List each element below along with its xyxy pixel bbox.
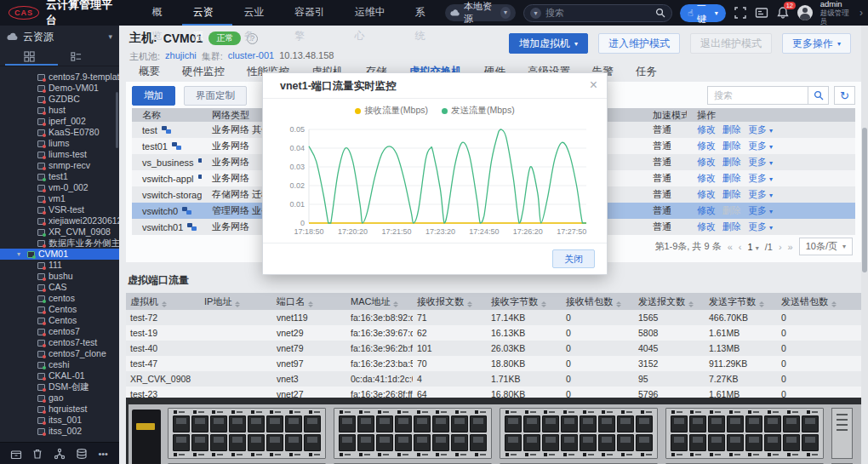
sidebar-item[interactable]: 数据库业务外侧主机mysql [0, 238, 119, 249]
archive-icon[interactable] [10, 448, 22, 460]
prev-page-button[interactable]: ‹ [739, 242, 742, 252]
list-view-icon[interactable] [71, 51, 82, 62]
sort-icon[interactable] [616, 301, 621, 307]
sidebar-item[interactable]: centos [0, 293, 119, 304]
sidebar-item[interactable]: CKAL-01 [0, 370, 119, 381]
last-page-button[interactable]: » [788, 242, 793, 252]
sidebar-item[interactable]: liums [0, 138, 119, 149]
scrollbar[interactable] [861, 26, 868, 464]
sort-icon[interactable] [688, 301, 694, 307]
sidebar-item[interactable]: itss_002 [0, 426, 119, 437]
tab-item[interactable]: 硬件监控 [171, 61, 236, 83]
modify-link[interactable]: 修改 [697, 124, 716, 135]
close-icon[interactable]: × [590, 77, 597, 93]
sort-icon[interactable] [235, 301, 240, 307]
caret-down-icon[interactable]: ▾ [500, 7, 511, 19]
sidebar-item[interactable]: vm1 [0, 193, 119, 204]
add-button[interactable]: 增加 [132, 86, 175, 106]
sidebar-item[interactable]: bushu [0, 271, 119, 282]
modify-link[interactable]: 修改 [697, 221, 716, 232]
sidebar-item[interactable]: itss_001 [0, 415, 119, 426]
modify-link[interactable]: 修改 [697, 173, 716, 183]
delete-link[interactable]: 删除 [722, 189, 741, 199]
sidebar-item[interactable]: centos7 [0, 326, 119, 337]
refresh-icon[interactable]: ↻ [834, 86, 855, 105]
tree-view-icon[interactable] [24, 51, 35, 62]
delete-link[interactable]: 删除 [722, 124, 741, 135]
user-info[interactable]: admin 超级管理员 [820, 0, 852, 26]
next-page-button[interactable]: › [779, 242, 782, 252]
header-action-button[interactable]: 更多操作▾ [782, 33, 851, 54]
scrollbar-thumb[interactable] [862, 128, 867, 272]
customize-button[interactable]: 界面定制 [184, 86, 247, 106]
chevron-right-icon[interactable]: › [859, 7, 863, 19]
sidebar-item[interactable]: Demo-VM01 [0, 83, 119, 94]
delete-link[interactable]: 删除 [722, 221, 741, 232]
sidebar-item[interactable]: gao [0, 392, 119, 404]
sidebar-item[interactable]: vm-0_002 [0, 182, 119, 193]
topbar-menu-item[interactable]: 容器引擎 [283, 0, 344, 26]
global-search-input[interactable] [545, 8, 651, 18]
sidebar-item[interactable]: CAS [0, 282, 119, 293]
sidebar-item[interactable]: hust [0, 105, 119, 116]
sidebar-item[interactable]: KaaS-E0780 [0, 127, 119, 138]
topology-icon[interactable] [54, 448, 66, 460]
caret-down-icon[interactable]: ▾ [530, 8, 541, 19]
sort-icon[interactable] [308, 301, 313, 307]
topbar-menu-item[interactable]: 系统 [403, 0, 444, 26]
sidebar-item[interactable]: centos7_clone [0, 348, 119, 359]
sidebar-scope[interactable]: 云资源 ▾ [0, 26, 119, 48]
modify-link[interactable]: 修改 [697, 205, 716, 215]
more-link[interactable]: 更多 ▾ [748, 124, 773, 135]
sidebar-item[interactable]: centos7.9-template [0, 72, 119, 83]
topbar-menu-item[interactable]: 云业务 [232, 0, 283, 26]
more-link[interactable]: 更多 ▾ [748, 140, 773, 151]
sidebar-item[interactable]: Centos [0, 315, 119, 326]
header-action-button[interactable]: 增加虚拟机▾ [509, 33, 588, 54]
one-key-button[interactable]: ☝ 一键 ▾ [680, 4, 726, 22]
sidebar-item[interactable]: GZDBC [0, 94, 119, 105]
sidebar-item[interactable]: ceshi [0, 359, 119, 370]
sort-icon[interactable] [393, 301, 398, 307]
more-icon[interactable]: ••• [97, 448, 109, 460]
sort-icon[interactable] [541, 301, 546, 307]
resource-scope-select[interactable]: 本地资源 ▾ [445, 4, 516, 21]
sidebar-item[interactable]: iperf_002 [0, 116, 119, 127]
sort-icon[interactable] [162, 301, 167, 307]
close-button[interactable]: 关闭 [552, 249, 595, 268]
sidebar-item[interactable]: DSM-创建 [0, 381, 119, 392]
sidebar-item[interactable]: VSR-test [0, 204, 119, 215]
topbar-menu-item[interactable]: 概览 [140, 0, 181, 26]
avatar[interactable] [797, 5, 813, 20]
sidebar-item[interactable]: XR_CVM_0908 [0, 226, 119, 238]
search-icon[interactable] [808, 86, 829, 105]
console-icon[interactable] [755, 6, 768, 20]
first-page-button[interactable]: « [728, 242, 733, 252]
tab-item[interactable]: 任务 [625, 61, 668, 83]
sort-icon[interactable] [467, 301, 472, 307]
more-link[interactable]: 更多 ▾ [748, 173, 773, 183]
more-link[interactable]: 更多 ▾ [748, 157, 773, 167]
modify-link[interactable]: 修改 [697, 140, 716, 151]
more-link[interactable]: 更多 ▾ [748, 221, 773, 232]
sidebar-item[interactable]: Centos [0, 304, 119, 315]
delete-link[interactable]: 删除 [722, 173, 741, 183]
sort-icon[interactable] [831, 301, 837, 307]
caret-down-icon[interactable]: ▾ [17, 249, 24, 260]
header-action-button[interactable]: 进入维护模式 [598, 33, 680, 54]
more-link[interactable]: 更多 ▾ [748, 189, 773, 199]
topbar-menu-item[interactable]: 运维中心 [344, 0, 404, 26]
page-size-select[interactable]: 10条/页▾ [799, 238, 853, 255]
legend-item[interactable]: 接收流量(Mbps) [355, 105, 428, 117]
bell-icon[interactable]: 12 [776, 6, 790, 20]
modify-link[interactable]: 修改 [697, 189, 716, 199]
more-link[interactable]: 更多 ▾ [748, 205, 773, 215]
scrollbar-thumb[interactable] [116, 92, 118, 148]
sidebar-item[interactable]: snmp-recv [0, 160, 119, 171]
sidebar-item[interactable]: centos7-test [0, 337, 119, 348]
trash-icon[interactable] [31, 448, 43, 460]
current-page-select[interactable]: 1 ▾ [748, 242, 759, 252]
stack-icon[interactable] [76, 448, 88, 460]
sidebar-item[interactable]: hqruistest [0, 404, 119, 415]
search-icon[interactable] [655, 8, 665, 18]
